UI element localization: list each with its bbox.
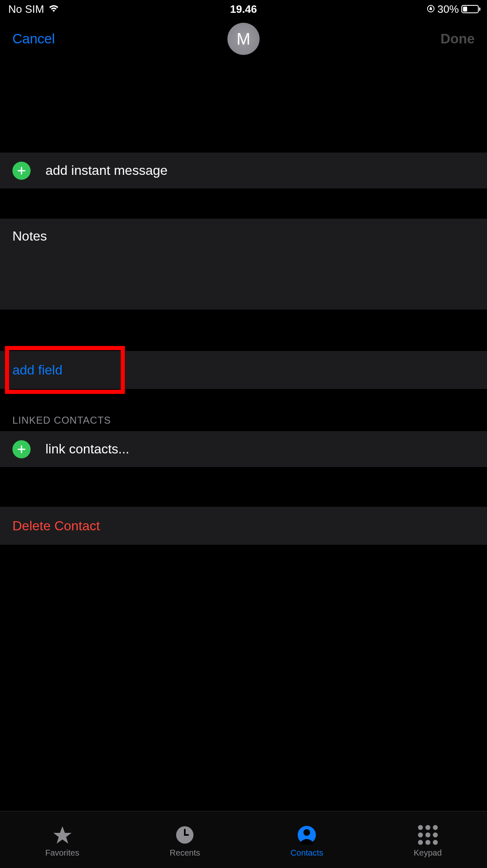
tab-recents[interactable]: Recents [170,825,200,858]
done-button[interactable]: Done [441,31,475,47]
link-contacts-label: link contacts... [45,441,129,457]
battery-icon [461,5,479,13]
tab-favorites[interactable]: Favorites [45,825,79,858]
tab-keypad[interactable]: Keypad [414,825,442,858]
status-time: 19.46 [230,3,257,16]
status-bar: No SIM 19.46 30% [0,0,487,18]
tab-label: Favorites [45,848,79,858]
sim-status: No SIM [8,3,44,16]
delete-contact-label: Delete Contact [12,518,100,534]
notes-label: Notes [12,229,47,243]
add-instant-message-row[interactable]: add instant message [0,153,487,189]
tab-contacts[interactable]: Contacts [291,825,323,858]
wifi-icon [48,3,59,16]
tab-label: Recents [170,848,200,858]
contacts-icon [297,825,316,845]
tab-bar: Favorites Recents Contacts Keypad [0,811,487,868]
add-field-label: add field [12,362,62,378]
clock-icon [175,825,194,845]
linked-contacts-header: LINKED CONTACTS [0,389,487,431]
nav-bar: Cancel M Done [0,18,487,60]
star-icon [53,825,72,845]
avatar-initial: M [236,30,250,48]
tab-label: Keypad [414,848,442,858]
contact-avatar[interactable]: M [227,23,260,55]
cancel-button[interactable]: Cancel [12,31,55,47]
battery-percent: 30% [437,3,459,16]
tab-label: Contacts [291,848,323,858]
notes-field[interactable]: Notes [0,219,487,310]
keypad-icon [418,825,438,845]
link-contacts-row[interactable]: link contacts... [0,431,487,467]
orientation-lock-icon [427,3,435,16]
delete-contact-row[interactable]: Delete Contact [0,507,487,545]
add-instant-message-label: add instant message [45,163,167,178]
svg-point-3 [303,829,310,836]
add-icon [12,440,31,458]
add-field-row[interactable]: add field [0,351,487,389]
add-icon [12,162,31,180]
